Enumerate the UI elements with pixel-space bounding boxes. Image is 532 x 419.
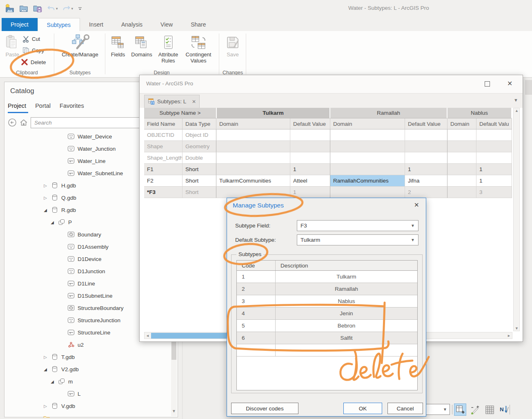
table-cell[interactable] (290, 152, 330, 164)
cancel-button[interactable]: Cancel (387, 403, 423, 414)
table-cell[interactable]: 2 (405, 187, 447, 198)
subtype-row-1[interactable]: 1Tulkarm (237, 271, 417, 283)
table-cell[interactable] (405, 129, 447, 141)
table-cell[interactable] (447, 129, 476, 141)
catalog-item-v.gdb[interactable]: ▷V.gdb (4, 400, 171, 412)
subtype-description[interactable]: Salfit (276, 332, 417, 344)
code-header[interactable]: Code (237, 261, 276, 270)
table-cell[interactable]: Shape (144, 141, 183, 152)
discover-codes-button[interactable]: Discover codes (231, 403, 298, 414)
subtype-code[interactable]: 2 (237, 283, 276, 295)
column-header[interactable]: Domain (447, 118, 476, 129)
catalog-scroll-down-icon[interactable]: ▼ (171, 409, 177, 413)
add-subtype-button[interactable] (454, 403, 466, 416)
ribbon-tab-insert[interactable]: Insert (80, 18, 112, 31)
ribbon-tab-analysis[interactable]: Analysis (112, 18, 151, 31)
table-cell[interactable]: RamallahCommunities (330, 175, 405, 187)
scroll-up-icon[interactable]: ▲ (514, 109, 520, 113)
table-cell[interactable]: 1 (405, 164, 447, 175)
subtype-row-3[interactable]: 3Nablus (237, 295, 417, 308)
catalog-tab-portal[interactable]: Portal (35, 103, 51, 109)
table-cell[interactable] (476, 129, 512, 141)
table-cell[interactable]: Geometry (183, 141, 216, 152)
column-header[interactable]: Default Valu (476, 118, 512, 129)
table-cell[interactable] (216, 187, 290, 198)
open-project-button[interactable] (18, 3, 29, 14)
subtype-code[interactable]: 6 (237, 332, 276, 344)
catalog-item-v2.gdb[interactable]: ◢V2.gdb (4, 363, 171, 375)
catalog-item[interactable] (4, 412, 171, 418)
table-cell[interactable] (330, 152, 405, 164)
column-header[interactable]: Data Type (183, 118, 216, 129)
table-cell[interactable] (216, 164, 290, 175)
renumber-subtypes-button[interactable] (469, 403, 481, 416)
fields-button[interactable]: Fields (107, 33, 129, 58)
table-cell[interactable]: 3 (476, 187, 512, 198)
subtype-code[interactable]: 1 (237, 271, 276, 283)
catalog-tab-project[interactable]: Project (8, 103, 26, 109)
table-cell[interactable]: 1 (476, 164, 512, 175)
table-cell[interactable]: Short (183, 164, 216, 175)
description-header[interactable]: Description (276, 263, 308, 269)
domains-button[interactable]: Domains (130, 33, 154, 58)
column-header[interactable]: Field Name (144, 118, 183, 129)
subtype-description[interactable]: Bebron (276, 320, 417, 332)
tab-subtypes-l[interactable]: Subtypes: L ✕ (144, 95, 200, 108)
table-cell[interactable] (216, 152, 290, 164)
new-project-button[interactable] (4, 3, 16, 14)
table-cell[interactable] (447, 152, 476, 164)
ok-button[interactable]: OK (343, 403, 382, 414)
table-cell[interactable] (290, 129, 330, 141)
ribbon-tab-subtypes[interactable]: Subtypes (38, 18, 80, 31)
table-cell[interactable] (476, 141, 512, 152)
paste-button[interactable]: Paste (3, 33, 21, 58)
customize-quick-access-button[interactable] (76, 5, 84, 12)
table-cell[interactable] (447, 175, 476, 187)
table-cell[interactable]: Double (183, 152, 216, 164)
horizontal-scrollbar-thumb[interactable] (151, 333, 234, 339)
table-cell[interactable]: Object ID (183, 129, 216, 141)
dropdown-caret-icon[interactable]: ▾ (71, 7, 73, 11)
dropdown-caret-icon[interactable]: ▾ (56, 7, 58, 11)
subtype-description[interactable]: Nablus (276, 295, 417, 307)
dialog-close-icon[interactable]: ✕ (414, 201, 419, 209)
subtype-code[interactable]: 3 (237, 295, 276, 307)
group-header[interactable]: Ramallah (330, 108, 447, 118)
save-button[interactable]: Save (222, 33, 243, 58)
table-cell[interactable] (216, 129, 290, 141)
table-cell[interactable]: Shape_Length (144, 152, 183, 164)
water-window-titlebar[interactable]: Water - ArcGIS Pro ✕ (140, 75, 523, 94)
table-cell[interactable]: F2 (144, 175, 183, 187)
subtype-row-5[interactable]: 5Bebron (237, 320, 417, 332)
scroll-left-icon[interactable]: ◄ (145, 334, 151, 338)
subtype-field-combobox[interactable]: F3 ▼ (297, 220, 418, 231)
table-cell[interactable] (330, 141, 405, 152)
table-cell[interactable] (405, 152, 447, 164)
table-cell[interactable]: TulkarmCommunities (216, 175, 290, 187)
close-icon[interactable]: ✕ (507, 80, 512, 87)
table-cell[interactable]: 1 (290, 187, 330, 198)
copy-button[interactable]: Copy (22, 47, 44, 54)
group-header[interactable]: Subtype Name > (144, 108, 217, 118)
catalog-item-t.gdb[interactable]: ▷T.gdb (4, 351, 171, 363)
ribbon-tab-view[interactable]: View (151, 18, 182, 31)
table-cell[interactable]: OBJECTID (144, 129, 183, 141)
subtype-row-empty[interactable] (237, 344, 417, 357)
table-cell[interactable]: Atteel (290, 175, 330, 187)
group-header[interactable]: Tulkarm (217, 108, 330, 118)
subtype-description[interactable]: Ramallah (276, 283, 417, 295)
tree-expander-icon[interactable]: ◢ (42, 208, 48, 212)
tree-expander-icon[interactable]: ◢ (42, 367, 48, 372)
vertical-scrollbar[interactable]: ▲ ▼ (513, 108, 520, 331)
home-icon[interactable] (19, 118, 28, 127)
catalog-tab-favorites[interactable]: Favorites (60, 103, 84, 109)
subtype-row-6[interactable]: 6Salfit (237, 332, 417, 344)
table-cell[interactable] (290, 141, 330, 152)
table-cell[interactable] (476, 152, 512, 164)
maximize-icon[interactable] (485, 81, 490, 87)
subtype-row-4[interactable]: 4Jenin (237, 308, 417, 320)
ribbon-tab-project[interactable]: Project (2, 18, 38, 31)
sort-button[interactable]: N (498, 403, 510, 416)
column-header[interactable]: Domain (216, 118, 290, 129)
column-header[interactable]: Domain (330, 118, 405, 129)
